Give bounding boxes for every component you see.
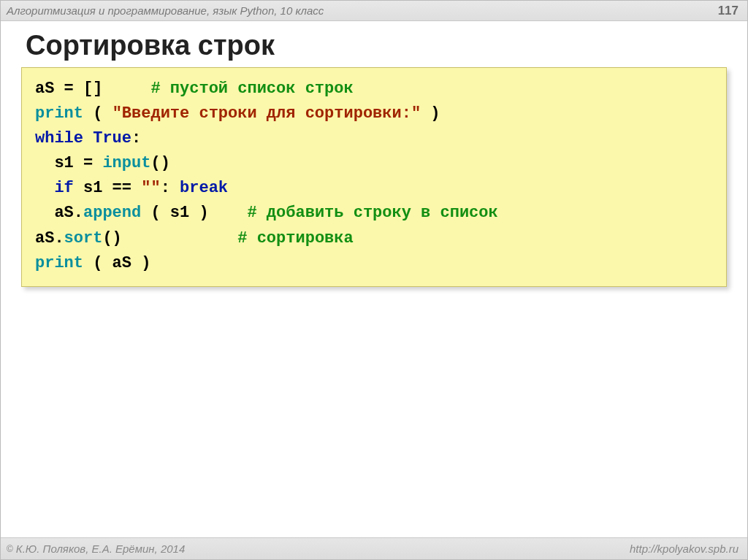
code-line-7: aS.sort() # сортировка (35, 226, 713, 251)
footer-url: http://kpolyakov.spb.ru (630, 542, 739, 555)
slide: Алгоритмизация и программирование, язык … (0, 0, 748, 560)
copyright-icon: © (7, 544, 13, 554)
code-line-2: print ( "Введите строки для сортировки:"… (35, 101, 713, 126)
code-block: aS = [] # пустой список строк print ( "В… (21, 67, 727, 287)
page-number: 117 (718, 4, 739, 18)
slide-footer: © К.Ю. Поляков, Е.А. Ерёмин, 2014 http:/… (1, 537, 747, 559)
course-title: Алгоритмизация и программирование, язык … (7, 4, 324, 17)
code-line-4: s1 = input() (35, 151, 713, 176)
comment: # добавить строку в список (247, 204, 497, 222)
slide-body: Сортировка строк aS = [] # пустой список… (1, 21, 747, 537)
code-line-3: while True: (35, 126, 713, 151)
comment: # пустой список строк (150, 80, 353, 98)
code-line-6: aS.append ( s1 ) # добавить строку в спи… (35, 201, 713, 226)
code-line-1: aS = [] # пустой список строк (35, 77, 713, 101)
slide-header: Алгоритмизация и программирование, язык … (1, 1, 747, 21)
slide-title: Сортировка строк (26, 30, 727, 61)
comment: # сортировка (237, 229, 353, 248)
code-line-8: print ( aS ) (35, 251, 713, 276)
code-line-5: if s1 == "": break (35, 176, 713, 201)
copyright-text: К.Ю. Поляков, Е.А. Ерёмин, 2014 (16, 542, 185, 555)
